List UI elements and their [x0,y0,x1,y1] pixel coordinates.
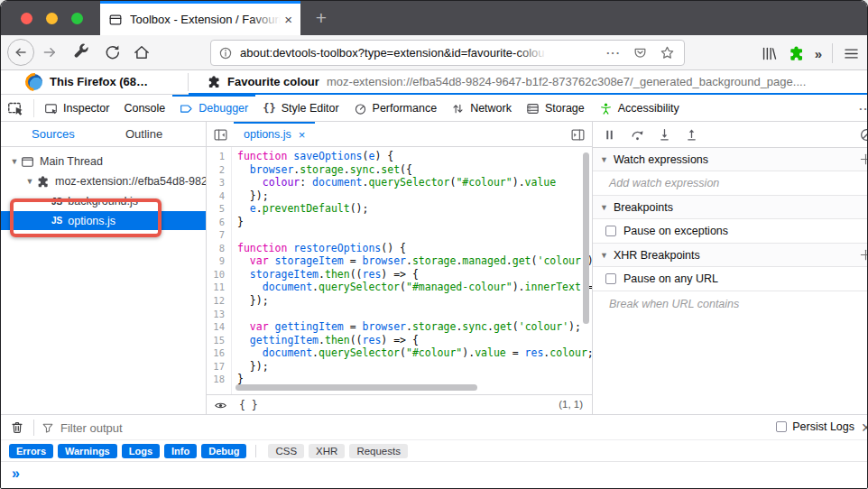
collapse-sources-panel-icon[interactable] [213,127,228,143]
horizontal-scrollbar[interactable] [235,384,477,391]
step-in-icon[interactable] [657,127,672,143]
tab-close-icon[interactable]: × [284,14,292,26]
code-line[interactable]: }); [237,189,592,203]
code-line[interactable]: browser.storage.sync.set({ [237,163,592,177]
filter-badge-warnings[interactable]: Warnings [58,444,117,458]
traffic-minimize-button[interactable] [46,13,58,24]
code-line[interactable]: var storageItem = browser.storage.manage… [237,254,592,268]
filter-badge-xhr[interactable]: XHR [309,444,345,458]
pause-on-any-url-checkbox[interactable] [605,273,616,284]
new-tab-button[interactable]: + [309,5,334,31]
line-number[interactable]: 5 [207,202,231,216]
devtools-tab-performance[interactable]: Performance [346,95,445,122]
xhr-breakpoints-header[interactable]: ▼ XHR Breakpoints [593,244,867,267]
close-console-icon[interactable]: ✕ [861,420,868,435]
traffic-maximize-button[interactable] [71,13,83,24]
line-number[interactable]: 3 [207,176,231,189]
chevron-down-icon[interactable]: ▼ [23,177,36,186]
vertical-scrollbar[interactable] [583,152,589,324]
line-number[interactable]: 17 [207,360,231,374]
blackbox-eye-icon[interactable] [214,399,227,412]
forward-icon[interactable] [41,43,59,61]
editor-tab-close-icon[interactable]: × [299,128,306,142]
xhr-breakpoint-input[interactable]: Break when URL contains [593,291,867,317]
expand-panel-icon[interactable] [570,127,586,143]
filter-output-input[interactable] [59,418,564,438]
library-icon[interactable] [761,45,778,62]
url-bar[interactable]: about:devtools-toolbox?type=extension&id… [210,40,685,66]
devtools-tab-inspector[interactable]: Inspector [37,95,116,122]
traffic-close-button[interactable] [21,13,32,24]
code-line[interactable]: gettingItem.then((res) => { [237,334,592,347]
source-tree-item-main-thread[interactable]: ▼Main Thread [1,152,206,171]
code-line[interactable]: } [237,216,592,229]
devtools-tab-storage[interactable]: Storage [519,95,592,122]
persist-logs-checkbox[interactable] [776,421,787,432]
page-actions-icon[interactable]: ··· [606,46,621,60]
code-line[interactable] [237,228,592,242]
bookmark-star-icon[interactable] [660,45,675,60]
devtools-tab-network[interactable]: Network [444,95,519,122]
source-tree-item-background-js[interactable]: JSbackground.js [1,191,206,211]
line-number[interactable]: 14 [207,320,231,334]
line-number[interactable]: 6 [207,216,231,229]
pretty-print-button[interactable]: { } [239,399,258,411]
line-number[interactable]: 2 [207,163,231,177]
watch-expressions-header[interactable]: ▼ Watch expressions [593,148,867,171]
code-line[interactable]: storageItem.then((res) => { [237,268,592,281]
filter-badge-debug[interactable]: Debug [201,444,246,458]
line-number[interactable]: 4 [207,189,231,203]
console-input-row[interactable]: » [1,462,867,489]
chevron-down-icon[interactable]: ▼ [8,157,21,166]
wrench-icon[interactable] [72,43,90,61]
step-over-icon[interactable] [630,127,645,143]
line-number[interactable]: 12 [207,294,231,308]
filter-badge-errors[interactable]: Errors [9,444,53,458]
deactivate-breakpoints-icon[interactable] [859,127,867,143]
line-number[interactable]: 7 [207,228,231,242]
code-line[interactable]: var gettingItem = browser.storage.sync.g… [237,320,592,334]
code-line[interactable]: function restoreOptions() { [237,242,592,255]
extension-name[interactable]: Favourite colour [227,75,319,88]
code-line[interactable]: document.querySelector("#colour").value … [237,346,592,360]
add-watch-expression-input[interactable]: Add watch expression [593,171,867,196]
add-watch-icon[interactable] [859,152,867,166]
line-number[interactable]: 10 [207,268,231,281]
editor-tab-options-js[interactable]: options.js × [234,122,315,147]
back-button[interactable] [7,39,34,66]
source-tree-item-moz-extension-efba54d8-9824[interactable]: ▼moz-extension://efba54d8-9824 [1,171,206,191]
line-number[interactable]: 15 [207,334,231,347]
breakpoints-header[interactable]: ▼ Breakpoints [593,196,867,219]
devtools-tab-console[interactable]: Console [116,95,172,122]
node-picker-icon[interactable] [7,100,24,117]
reload-icon[interactable] [103,43,121,61]
code-line[interactable]: document.querySelector("#managed-colour"… [237,281,592,294]
pause-on-exceptions-checkbox[interactable] [605,226,616,236]
add-xhr-breakpoint-icon[interactable] [859,248,867,262]
devtools-overflow-icon[interactable]: ··· [859,102,868,115]
extension-puzzle-icon[interactable] [788,45,805,62]
line-number[interactable]: 18 [207,373,231,386]
code-line[interactable]: function saveOptions(e) { [237,150,592,163]
pause-icon[interactable] [602,127,617,143]
info-icon[interactable] [218,46,233,60]
home-icon[interactable] [133,43,151,61]
filter-badge-logs[interactable]: Logs [122,444,160,458]
browser-tab[interactable]: Toolbox - Extension / Favourite × [100,1,300,35]
code-line[interactable]: }); [237,294,592,308]
code-line[interactable]: }); [237,360,592,374]
filter-badge-requests[interactable]: Requests [349,444,408,458]
line-number[interactable]: 8 [207,242,231,255]
code-line[interactable] [237,308,592,321]
devtools-tab-styleeditor[interactable]: {}Style Editor [255,95,346,122]
line-number[interactable]: 1 [207,150,231,163]
code-line[interactable]: colour: document.querySelector("#colour"… [237,176,592,189]
filter-badge-info[interactable]: Info [164,444,197,458]
step-out-icon[interactable] [684,127,699,143]
hamburger-menu-icon[interactable] [843,45,860,62]
clear-console-trash-icon[interactable] [10,420,24,435]
devtools-tab-accessibility[interactable]: Accessibility [592,95,687,122]
toolbar-overflow-icon[interactable]: » [815,45,822,62]
devtools-tab-debugger[interactable]: Debugger [172,95,255,122]
line-number[interactable]: 16 [207,346,231,360]
